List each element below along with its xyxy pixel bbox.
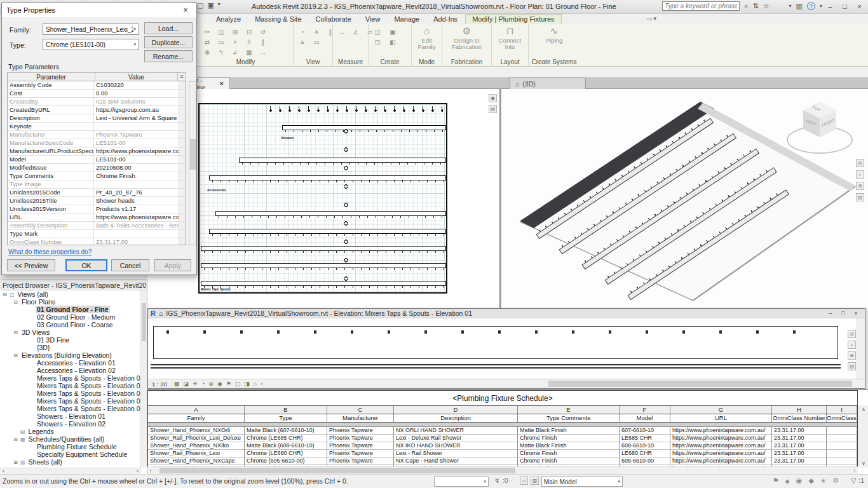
- view-control-icon[interactable]: ◨: [244, 381, 250, 387]
- navigation-bar-icon[interactable]: ⊕: [856, 182, 864, 190]
- parameter-row[interactable]: Manufacturer Phoenix Tapware: [8, 131, 186, 139]
- maximize-button[interactable]: □: [837, 309, 850, 318]
- assoc-param-button[interactable]: [179, 164, 186, 172]
- parameter-row[interactable]: URL https://www.phoenixtapware.co: [8, 214, 186, 222]
- view-control-icon[interactable]: ⚑: [226, 381, 231, 387]
- search-icon[interactable]: ⌕: [744, 2, 748, 10]
- ribbon-tool-icon[interactable]: ✂: [202, 27, 212, 36]
- schedule-vertical-scrollbar[interactable]: ∧ ∨: [858, 405, 868, 468]
- parameter-row[interactable]: Description Lexi - Universal Arm & Squar…: [8, 114, 186, 123]
- ribbon-tool-icon[interactable]: #: [244, 37, 254, 46]
- view-cube[interactable]: TOP LEFT FRONT: [782, 100, 858, 161]
- scroll-right-icon[interactable]: ›: [851, 468, 858, 473]
- assoc-param-button[interactable]: [179, 205, 186, 213]
- parameter-row[interactable]: Uniclass2015Title Shower heads: [8, 197, 186, 205]
- navigation-bar-icon[interactable]: ▤: [848, 362, 856, 370]
- panel-toggle-icon[interactable]: ▭: [647, 15, 653, 22]
- ribbon-tool-icon[interactable]: ▣: [388, 27, 398, 36]
- assoc-param-button[interactable]: [179, 156, 186, 163]
- workset-icon[interactable]: ▭: [520, 477, 528, 485]
- selection-toggle-icon[interactable]: ♣: [785, 477, 790, 485]
- parameter-column-header[interactable]: Parameter: [8, 73, 95, 81]
- selection-filter[interactable]: ▽ :1: [851, 477, 864, 484]
- navigation-bar-icon[interactable]: ▤: [856, 193, 864, 201]
- scroll-right-icon[interactable]: ›: [134, 468, 141, 474]
- home-icon[interactable]: ⌂: [159, 309, 163, 317]
- edit-family-button[interactable]: ⌂ Edit Family: [412, 24, 442, 56]
- browser-vertical-scrollbar[interactable]: [140, 290, 147, 468]
- column-header[interactable]: Description: [394, 414, 518, 422]
- tree-item[interactable]: Plumbing Fixture Schedule: [0, 443, 140, 451]
- tree-item[interactable]: Accessories - Elevation 02: [0, 367, 140, 374]
- main-model-combo[interactable]: Main Model ▾: [541, 477, 623, 487]
- floor-plan-viewport[interactable]: Showers Accessories Mixers Taps Spouts ◉…: [147, 89, 501, 308]
- search-input[interactable]: [662, 1, 740, 11]
- editable-only-filter[interactable]: ↯ :0: [494, 477, 508, 484]
- ribbon-tab[interactable]: Analyze: [210, 15, 247, 24]
- ribbon-tool-icon[interactable]: ×: [230, 37, 240, 46]
- selection-toggle-icon[interactable]: ◆: [808, 477, 813, 485]
- ribbon-tool-icon[interactable]: ◫: [372, 27, 383, 36]
- scroll-left-icon[interactable]: ‹: [147, 468, 154, 473]
- close-button[interactable]: ×: [850, 309, 862, 318]
- navigation-bar-icon[interactable]: ⌕: [848, 341, 856, 349]
- column-header[interactable]: URL: [670, 414, 772, 422]
- tree-item[interactable]: ⊟ ◫ Views (all): [0, 290, 140, 298]
- design-to-fabrication-button[interactable]: ⚙ Design to Fabrication: [442, 24, 491, 56]
- selection-toggle-icon[interactable]: ∗: [820, 477, 826, 485]
- dialog-title-bar[interactable]: Type Properties ×: [2, 3, 196, 17]
- selection-toggle-icon[interactable]: ⚑: [773, 477, 779, 485]
- view-control-icon[interactable]: ▩: [174, 381, 180, 387]
- tab-close-icon[interactable]: ✕: [219, 80, 224, 87]
- elevation-canvas[interactable]: ◎⌕⊕▤: [148, 318, 865, 380]
- parameter-row[interactable]: Type Comments Chrome Finish: [8, 172, 186, 180]
- browser-horizontal-scrollbar[interactable]: ‹ ›: [0, 468, 141, 474]
- assoc-param-button[interactable]: [179, 222, 186, 229]
- value-column-header[interactable]: Value: [95, 73, 178, 81]
- assoc-param-button[interactable]: [179, 90, 186, 97]
- project-browser-title[interactable]: Project Browser - IGS_PhoenixTapware_Rev…: [0, 280, 147, 290]
- assoc-param-button[interactable]: [179, 106, 186, 114]
- 3d-viewport[interactable]: TOP LEFT FRONT ◎⌕⊕▤: [502, 89, 868, 308]
- ribbon-tool-icon[interactable]: ↺: [258, 27, 268, 36]
- parameter-row[interactable]: Assembly Description Bath & Toilet Acces…: [8, 222, 186, 230]
- parameter-row[interactable]: Uniclass2015Version Products v1.17: [8, 205, 186, 214]
- parameter-row[interactable]: Assembly Code C1030220: [8, 81, 186, 90]
- minimize-button[interactable]: –: [824, 309, 837, 318]
- elevation-vertical-scrollbar[interactable]: [857, 318, 865, 380]
- assoc-param-button[interactable]: [179, 139, 186, 147]
- parameter-row[interactable]: CreatedByURL https://igsgroup.com.au: [8, 106, 186, 114]
- family-combo[interactable]: Shower_Head_Phoenix_Lexi_200mmSq ▾: [43, 24, 139, 35]
- tree-expander-icon[interactable]: ⊟: [13, 437, 18, 442]
- tree-item[interactable]: Mixers Taps & Spouts - Elevation 01: [0, 374, 140, 382]
- panel-caret-icon[interactable]: ▾: [654, 15, 657, 22]
- assoc-param-button[interactable]: [179, 147, 186, 155]
- scroll-up-icon[interactable]: ∧: [859, 407, 868, 412]
- ribbon-tool-icon[interactable]: ☀: [311, 27, 322, 36]
- view-control-icon[interactable]: ▢: [235, 381, 241, 387]
- ribbon-tool-icon[interactable]: ⊕: [202, 48, 212, 57]
- view-control-icon[interactable]: ☀: [193, 381, 198, 387]
- view-control-icon[interactable]: ‹: [261, 381, 262, 387]
- ribbon-tool-icon[interactable]: ∥: [258, 37, 268, 46]
- ribbon-tab[interactable]: Collaborate: [309, 15, 358, 24]
- tree-expander-icon[interactable]: ⊟: [13, 353, 18, 358]
- tree-expander-icon[interactable]: ⊞: [13, 459, 18, 465]
- elevation-horizontal-scrollbar[interactable]: [301, 380, 855, 388]
- ribbon-tab[interactable]: Manage: [388, 15, 426, 24]
- tree-item[interactable]: ⊟ Elevations (Building Elevation): [0, 351, 140, 359]
- ribbon-tool-icon[interactable]: ∠: [351, 27, 361, 36]
- minimize-button[interactable]: –: [823, 0, 837, 13]
- tree-item[interactable]: ⊟ ▦ Schedules/Quantities (all): [0, 435, 140, 443]
- properties-help-link[interactable]: What do these properties do?: [8, 248, 92, 255]
- navigation-bar-icon[interactable]: ⊕: [848, 351, 856, 360]
- view-control-icon[interactable]: ◔: [201, 381, 205, 387]
- column-header[interactable]: Type Comments: [518, 414, 620, 422]
- ribbon-options-toggle[interactable]: ▭ ▾: [642, 15, 661, 23]
- scroll-left-icon[interactable]: ‹: [0, 468, 7, 474]
- help-icon[interactable]: ?: [807, 2, 815, 10]
- column-letter[interactable]: H: [772, 406, 827, 414]
- scrollbar-thumb[interactable]: [190, 139, 196, 170]
- ribbon-tool-icon[interactable]: ▦: [244, 48, 254, 57]
- column-header[interactable]: Manufacturer: [327, 414, 394, 422]
